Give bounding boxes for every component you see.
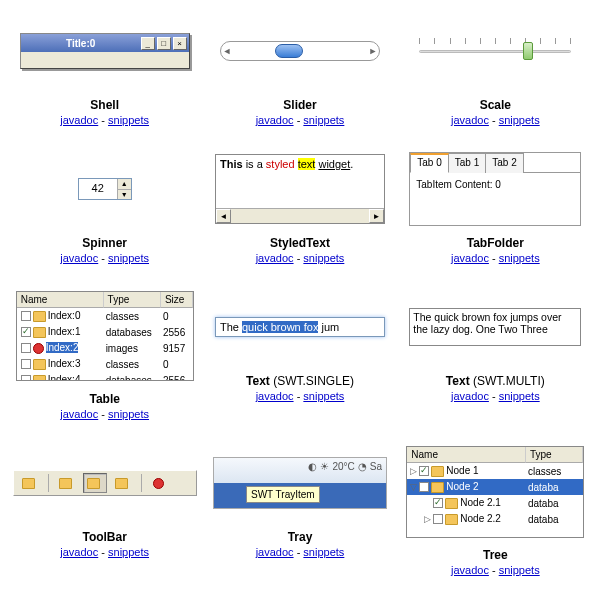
scale-widget[interactable]	[415, 36, 575, 66]
widget-title: Text (SWT.MULTI)	[399, 374, 592, 388]
snippets-link[interactable]: snippets	[499, 114, 540, 126]
snippets-link[interactable]: snippets	[108, 252, 149, 264]
folder-icon	[115, 478, 128, 489]
tool-button-2[interactable]	[55, 473, 79, 493]
tool-button-5[interactable]	[148, 473, 172, 493]
javadoc-link[interactable]: javadoc	[60, 114, 98, 126]
styledtext-widget[interactable]: This is a styled text widget. ◄►	[215, 154, 385, 224]
folder-icon	[33, 359, 46, 370]
table-row[interactable]: Index:3classes0	[17, 356, 193, 372]
text-single-widget[interactable]: The quick brown fox jum	[215, 317, 385, 337]
snippets-link[interactable]: snippets	[303, 390, 344, 402]
tool-button-3[interactable]	[83, 473, 107, 493]
snippets-link[interactable]: snippets	[499, 390, 540, 402]
tree-twistie[interactable]: ▽	[409, 482, 417, 492]
widget-title: Text (SWT.SINGLE)	[203, 374, 396, 388]
javadoc-link[interactable]: javadoc	[60, 546, 98, 558]
tool-button-1[interactable]	[18, 473, 42, 493]
scale-knob[interactable]	[523, 42, 533, 60]
row-name: Index:2	[46, 342, 79, 353]
checkbox[interactable]	[433, 498, 443, 508]
slider-right-arrow[interactable]: ►	[367, 46, 379, 56]
widget-title: Tree	[399, 548, 592, 562]
horizontal-scrollbar[interactable]: ◄►	[216, 208, 384, 223]
row-type: classes	[104, 359, 161, 370]
checkbox[interactable]	[21, 327, 31, 337]
close-button[interactable]: ×	[173, 37, 187, 50]
tree-node-type: classes	[526, 466, 583, 477]
tool-button-4[interactable]	[111, 473, 135, 493]
spinner-value[interactable]: 42	[79, 179, 117, 199]
maximize-button[interactable]: □	[157, 37, 171, 50]
tab-0[interactable]: Tab 0	[410, 153, 448, 173]
javadoc-link[interactable]: javadoc	[451, 564, 489, 576]
javadoc-link[interactable]: javadoc	[451, 390, 489, 402]
slider-thumb[interactable]	[275, 44, 303, 58]
javadoc-link[interactable]: javadoc	[256, 252, 294, 264]
checkbox[interactable]	[419, 482, 429, 492]
table-column-size[interactable]: Size	[161, 292, 193, 308]
tree-column-name[interactable]: Name	[407, 447, 526, 463]
slider-left-arrow[interactable]: ◄	[221, 46, 233, 56]
folder-icon	[431, 466, 444, 477]
spinner-widget[interactable]: 42 ▲ ▼	[78, 178, 132, 200]
checkbox[interactable]	[21, 343, 31, 353]
tree-twistie[interactable]: ▷	[423, 514, 431, 524]
javadoc-link[interactable]: javadoc	[256, 114, 294, 126]
javadoc-link[interactable]: javadoc	[60, 408, 98, 420]
checkbox[interactable]	[21, 359, 31, 369]
tree-row[interactable]: ▷Node 1classes	[407, 463, 583, 479]
tab-2[interactable]: Tab 2	[485, 153, 523, 173]
table-row[interactable]: Index:0classes0	[17, 308, 193, 324]
javadoc-link[interactable]: javadoc	[256, 546, 294, 558]
javadoc-link[interactable]: javadoc	[451, 114, 489, 126]
javadoc-link[interactable]: javadoc	[60, 252, 98, 264]
folder-icon	[33, 375, 46, 381]
table-widget[interactable]: Name Type Size Index:0classes0Index:1dat…	[16, 291, 194, 381]
tree-column-type[interactable]: Type	[526, 447, 583, 463]
folder-icon	[59, 478, 72, 489]
snippets-link[interactable]: snippets	[108, 546, 149, 558]
widget-title: ToolBar	[8, 530, 201, 544]
snippets-link[interactable]: snippets	[108, 408, 149, 420]
tray-day: Sa	[370, 461, 382, 472]
tree-row[interactable]: ▽Node 2databa	[407, 479, 583, 495]
snippets-link[interactable]: snippets	[499, 252, 540, 264]
spinner-up-button[interactable]: ▲	[117, 179, 131, 190]
snippets-link[interactable]: snippets	[108, 114, 149, 126]
table-row[interactable]: Index:2images9157	[17, 340, 193, 356]
snippets-link[interactable]: snippets	[303, 252, 344, 264]
javadoc-link[interactable]: javadoc	[256, 390, 294, 402]
tree-row[interactable]: ▷Node 2.2databa	[407, 511, 583, 527]
table-row[interactable]: Index:1databases2556	[17, 324, 193, 340]
tab-1[interactable]: Tab 1	[448, 153, 486, 173]
spinner-down-button[interactable]: ▼	[117, 190, 131, 200]
table-column-type[interactable]: Type	[104, 292, 161, 308]
checkbox[interactable]	[419, 466, 429, 476]
checkbox[interactable]	[433, 514, 443, 524]
minimize-button[interactable]: _	[141, 37, 155, 50]
tree-widget[interactable]: Name Type ▷Node 1classes▽Node 2databaNod…	[406, 446, 584, 538]
javadoc-link[interactable]: javadoc	[451, 252, 489, 264]
tree-node-type: databa	[526, 482, 583, 493]
checkbox[interactable]	[21, 311, 31, 321]
snippets-link[interactable]: snippets	[303, 114, 344, 126]
text-multi-widget[interactable]: The quick brown fox jumps over the lazy …	[409, 308, 581, 346]
tray-tooltip: SWT TrayItem	[246, 486, 320, 503]
snippets-link[interactable]: snippets	[303, 546, 344, 558]
shell-titlebar[interactable]: Title:0 _ □ ×	[21, 34, 189, 52]
tree-row[interactable]: Node 2.1databa	[407, 495, 583, 511]
row-size: 2556	[161, 327, 193, 338]
tree-twistie[interactable]: ▷	[409, 466, 417, 476]
table-column-name[interactable]: Name	[17, 292, 104, 308]
table-row[interactable]: Index:4databases2556	[17, 372, 193, 381]
widget-title: TabFolder	[399, 236, 592, 250]
folder-icon	[22, 478, 35, 489]
snippets-link[interactable]: snippets	[499, 564, 540, 576]
slider-widget[interactable]: ◄ ►	[220, 41, 380, 61]
checkbox[interactable]	[21, 375, 31, 381]
widget-title: Tray	[203, 530, 396, 544]
tree-node-name: Node 2	[446, 481, 478, 492]
row-name: Index:1	[48, 326, 81, 337]
row-size: 2556	[161, 375, 193, 382]
